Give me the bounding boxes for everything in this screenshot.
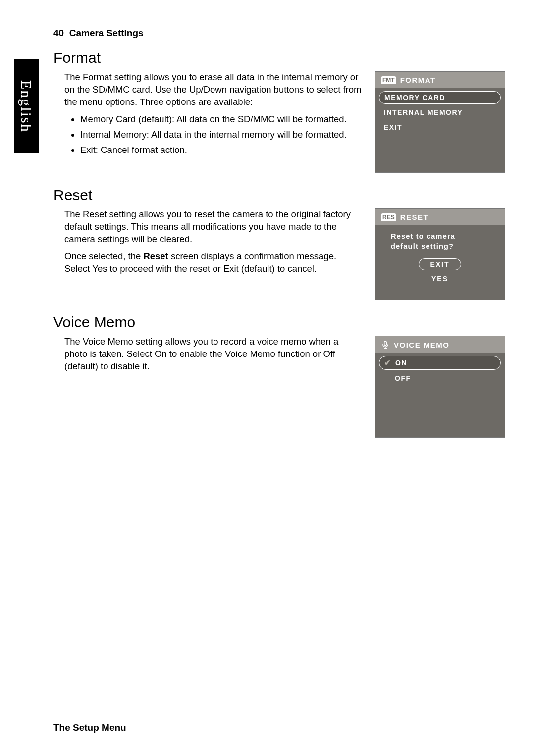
- format-icon: FMT: [381, 76, 396, 84]
- svg-rect-0: [384, 341, 387, 345]
- page-number: 40: [54, 28, 64, 38]
- page-header: 40 Camera Settings: [54, 28, 144, 39]
- reset-title: Reset: [54, 187, 505, 203]
- format-bullet-2: Internal Memory: All data in the interna…: [80, 129, 364, 141]
- reset-screen-header: RES RESET: [375, 209, 505, 225]
- voice-screen-body: ✔ ON OFF: [375, 353, 505, 437]
- language-label: English: [18, 80, 35, 133]
- voice-screen-title: VOICE MEMO: [394, 341, 450, 349]
- voice-text: The Voice Memo setting allows you to rec…: [54, 336, 364, 378]
- format-item-memory-card[interactable]: MEMORY CARD: [379, 91, 501, 104]
- voice-screen: VOICE MEMO ✔ ON OFF: [374, 336, 505, 438]
- voice-item-on[interactable]: ✔ ON: [379, 356, 501, 370]
- voice-screen-header: VOICE MEMO: [375, 336, 505, 353]
- reset-screen: RES RESET Reset to camera default settin…: [374, 208, 505, 300]
- format-item-exit[interactable]: EXIT: [379, 121, 501, 134]
- reset-screen-title: RESET: [400, 213, 429, 221]
- format-bullet-1: Memory Card (default): All data on the S…: [80, 113, 364, 126]
- reset-option-exit[interactable]: EXIT: [419, 258, 461, 270]
- content-area: Format The Format setting allows you to …: [54, 50, 505, 706]
- section-format: Format The Format setting allows you to …: [54, 50, 505, 173]
- reset-icon: RES: [381, 213, 396, 221]
- check-icon: ✔: [384, 358, 391, 367]
- header-title: Camera Settings: [69, 28, 144, 38]
- format-screen-title: FORMAT: [400, 76, 436, 84]
- footer-title: The Setup Menu: [54, 722, 126, 733]
- reset-confirm-msg: Reset to camera default setting?: [379, 228, 501, 255]
- format-text: The Format setting allows you to erase a…: [54, 71, 364, 160]
- section-voice-memo: Voice Memo The Voice Memo setting allows…: [54, 314, 505, 438]
- format-bullet-3: Exit: Cancel format action.: [80, 144, 364, 156]
- section-reset: Reset The Reset setting allows you to re…: [54, 187, 505, 300]
- format-screen-header: FMT FORMAT: [375, 72, 505, 88]
- page-footer: The Setup Menu: [54, 722, 126, 733]
- format-title: Format: [54, 50, 505, 66]
- language-tab: English: [14, 59, 39, 153]
- microphone-icon: [381, 340, 390, 349]
- reset-screen-body: Reset to camera default setting? EXIT YE…: [375, 225, 505, 300]
- reset-option-yes[interactable]: YES: [421, 273, 459, 284]
- format-screen-body: MEMORY CARD INTERNAL MEMORY EXIT: [375, 88, 505, 172]
- reset-text: The Reset setting allows you to reset th…: [54, 208, 364, 280]
- format-screen: FMT FORMAT MEMORY CARD INTERNAL MEMORY E…: [374, 71, 505, 173]
- voice-item-off[interactable]: OFF: [379, 372, 501, 385]
- format-item-internal-memory[interactable]: INTERNAL MEMORY: [379, 106, 501, 119]
- voice-title: Voice Memo: [54, 314, 505, 331]
